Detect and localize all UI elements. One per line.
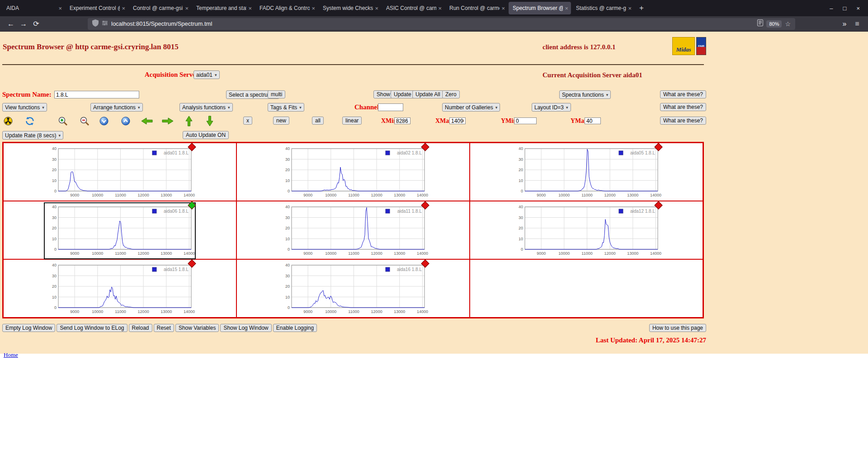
how-to-use-button[interactable]: How to use this page — [649, 324, 706, 332]
tab-run-control[interactable]: Run Control @ carme× — [445, 2, 508, 14]
spectrum-panel-aida02[interactable]: 01020304090001000011000120001300014000ai… — [236, 143, 470, 201]
tab-experiment-control[interactable]: Experiment Control @ c× — [66, 2, 128, 14]
spectrum-plot[interactable]: 01020304090001000011000120001300014000ai… — [278, 145, 428, 200]
layout-id-dropdown[interactable]: Layout ID=3▾ — [532, 103, 571, 112]
redo-zoom-icon[interactable] — [121, 117, 130, 126]
tags-fits-dropdown[interactable]: Tags & Fits▾ — [268, 103, 304, 112]
what-are-these-button[interactable]: What are these? — [660, 90, 706, 98]
tab-fadc-align[interactable]: FADC Align & Control× — [255, 2, 318, 14]
tab-aida[interactable]: AIDA× — [2, 2, 65, 14]
linear-button[interactable]: linear — [342, 117, 362, 125]
what-are-these-button[interactable]: What are these? — [660, 103, 706, 111]
ymax-input[interactable] — [585, 117, 601, 124]
enable-logging-button[interactable]: Enable Logging — [273, 324, 317, 332]
zoom-out-icon[interactable] — [80, 116, 90, 126]
spectrum-plot[interactable]: 01020304090001000011000120001300014000ai… — [45, 145, 195, 200]
undo-zoom-icon[interactable] — [99, 117, 108, 126]
spectrum-plot[interactable]: 01020304090001000011000120001300014000ai… — [45, 262, 195, 317]
spectrum-plot[interactable]: 01020304090001000011000120001300014000ai… — [45, 203, 195, 258]
spectrum-panel-aida01[interactable]: 01020304090001000011000120001300014000ai… — [3, 143, 236, 201]
spectrum-plot[interactable]: 01020304090001000011000120001300014000ai… — [511, 145, 661, 200]
show-variables-button[interactable]: Show Variables — [175, 324, 219, 332]
home-link[interactable]: Home — [4, 351, 18, 359]
tab-spectrum-browser[interactable]: Spectrum Browser @× — [509, 2, 571, 14]
svg-text:11000: 11000 — [581, 193, 592, 197]
overflow-menu-icon[interactable]: » — [838, 20, 851, 28]
bookmark-star-icon[interactable]: ☆ — [785, 20, 791, 28]
ymin-input[interactable] — [514, 117, 537, 124]
spectrum-panel-aida15[interactable]: 01020304090001000011000120001300014000ai… — [3, 259, 236, 318]
spectra-functions-dropdown[interactable]: Spectra functions▾ — [559, 90, 611, 99]
pan-left-icon[interactable] — [141, 117, 153, 125]
x-axis-button[interactable]: x — [243, 117, 252, 125]
auto-update-button[interactable]: Auto Update ON — [183, 131, 229, 139]
pan-right-icon[interactable] — [162, 117, 174, 125]
update-rate-dropdown[interactable]: Update Rate (8 secs)▾ — [2, 131, 63, 140]
site-info-icon[interactable] — [102, 20, 108, 28]
tab-close-icon[interactable]: × — [501, 5, 505, 12]
spectrum-panel-aida05[interactable]: 01020304090001000011000120001300014000ai… — [470, 143, 703, 201]
tab-system-checks[interactable]: System wide Checks× — [319, 2, 381, 14]
forward-button[interactable]: → — [17, 20, 30, 28]
tab-close-icon[interactable]: × — [438, 5, 442, 12]
spectrum-plot[interactable]: 01020304090001000011000120001300014000ai… — [278, 203, 428, 258]
spectrum-panel-aida11[interactable]: 01020304090001000011000120001300014000ai… — [236, 201, 470, 259]
channel-input[interactable] — [378, 103, 403, 111]
reload-page-button[interactable]: Reload — [129, 324, 152, 332]
zoom-level-indicator[interactable]: 80% — [766, 20, 782, 28]
url-bar[interactable]: localhost:8015/Spectrum/Spectrum.tml 80%… — [88, 18, 795, 30]
arrange-functions-dropdown[interactable]: Arrange functions▾ — [90, 103, 143, 112]
pan-down-icon[interactable] — [206, 116, 213, 126]
svg-text:12000: 12000 — [138, 251, 149, 256]
what-are-these-button[interactable]: What are these? — [660, 117, 706, 125]
tab-close-icon[interactable]: × — [122, 5, 125, 12]
reload-button[interactable]: ⟳ — [30, 19, 42, 28]
show-log-window-button[interactable]: Show Log Window — [220, 324, 271, 332]
spectrum-panel-aida12[interactable]: 01020304090001000011000120001300014000ai… — [470, 201, 703, 259]
all-button[interactable]: all — [312, 117, 324, 125]
zero-button[interactable]: Zero — [442, 90, 460, 98]
tab-close-icon[interactable]: × — [375, 5, 378, 12]
refresh-icon[interactable] — [25, 116, 35, 126]
window-minimize-button[interactable]: – — [830, 5, 833, 12]
tab-statistics[interactable]: Statistics @ carme-g× — [572, 2, 634, 14]
tab-close-icon[interactable]: × — [311, 5, 315, 12]
radiation-icon[interactable] — [4, 117, 13, 126]
xmin-input[interactable] — [394, 117, 410, 124]
new-tab-button[interactable]: + — [635, 4, 648, 13]
xmax-input[interactable] — [449, 117, 466, 124]
update-all-button[interactable]: Update All — [412, 90, 443, 98]
send-log-to-elog-button[interactable]: Send Log Window to ELog — [57, 324, 127, 332]
pan-up-icon[interactable] — [185, 116, 193, 126]
update-button[interactable]: Update — [391, 90, 415, 98]
empty-log-window-button[interactable]: Empty Log Window — [2, 324, 55, 332]
tab-close-icon[interactable]: × — [565, 5, 568, 12]
number-of-galleries-dropdown[interactable]: Number of Galleries▾ — [442, 103, 500, 112]
svg-text:aida15 1.8.L: aida15 1.8.L — [164, 267, 189, 272]
shield-icon[interactable] — [92, 19, 99, 28]
tab-close-icon[interactable]: × — [58, 5, 62, 12]
reader-mode-icon[interactable] — [757, 19, 763, 28]
multi-button[interactable]: multi — [268, 90, 285, 98]
tab-asic-control[interactable]: ASIC Control @ carm× — [382, 2, 444, 14]
view-functions-dropdown[interactable]: View functions▾ — [2, 103, 47, 112]
tab-close-icon[interactable]: × — [185, 5, 189, 12]
zoom-in-icon[interactable] — [58, 116, 68, 126]
window-maximize-button[interactable]: □ — [843, 5, 847, 12]
spectrum-name-input[interactable] — [54, 91, 139, 98]
spectrum-panel-aida06[interactable]: 01020304090001000011000120001300014000ai… — [3, 201, 236, 259]
spectrum-plot[interactable]: 01020304090001000011000120001300014000ai… — [511, 203, 661, 258]
reset-button[interactable]: Reset — [154, 324, 174, 332]
tab-temperature[interactable]: Temperature and stati× — [192, 2, 255, 14]
analysis-functions-dropdown[interactable]: Analysis functions▾ — [179, 103, 233, 112]
tab-close-icon[interactable]: × — [628, 5, 632, 12]
back-button[interactable]: ← — [5, 20, 17, 28]
spectrum-plot[interactable]: 01020304090001000011000120001300014000ai… — [278, 262, 428, 317]
tab-close-icon[interactable]: × — [248, 5, 252, 12]
window-close-button[interactable]: × — [856, 5, 860, 12]
spectrum-panel-aida16[interactable]: 01020304090001000011000120001300014000ai… — [236, 259, 470, 318]
tab-control[interactable]: Control @ carme-gsi× — [129, 2, 191, 14]
acquisition-server-select[interactable]: aida01▾ — [193, 70, 220, 79]
new-button[interactable]: new — [273, 117, 289, 125]
hamburger-menu-icon[interactable]: ≡ — [851, 20, 863, 28]
